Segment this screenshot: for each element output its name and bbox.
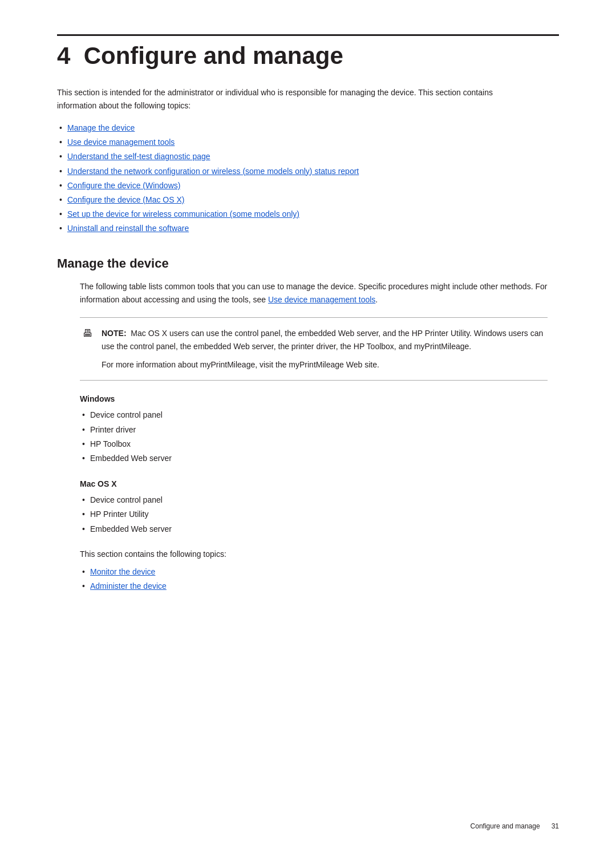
windows-list: Device control panel Printer driver HP T…	[80, 408, 559, 466]
macos-list: Device control panel HP Printer Utility …	[80, 493, 559, 536]
macos-item-1: Device control panel	[80, 493, 559, 507]
topics-links-list: Monitor the device Administer the device	[80, 565, 559, 593]
topics-link-item-1: Monitor the device	[80, 565, 559, 579]
note-row: 🖶 NOTE: Mac OS X users can use the contr…	[80, 327, 548, 353]
windows-item-2: Printer driver	[80, 423, 559, 437]
toc-item-8: Uninstall and reinstall the software	[57, 221, 559, 236]
toc-item-3: Understand the self-test diagnostic page	[57, 149, 559, 164]
footer-chapter-text: Configure and manage	[471, 822, 540, 830]
windows-heading: Windows	[80, 394, 559, 403]
manage-section-heading: Manage the device	[57, 256, 559, 271]
note-body-text: Mac OS X users can use the control panel…	[102, 329, 543, 350]
chapter-number: 4	[57, 42, 70, 69]
note-box: 🖶 NOTE: Mac OS X users can use the contr…	[80, 317, 548, 381]
topics-intro-text: This section contains the following topi…	[80, 548, 548, 560]
manage-intro-suffix: .	[375, 295, 378, 304]
topics-link-item-2: Administer the device	[80, 579, 559, 593]
manage-section: Manage the device The following table li…	[57, 256, 559, 593]
toc-item-2: Use device management tools	[57, 135, 559, 149]
windows-item-1: Device control panel	[80, 408, 559, 422]
toc-link-6[interactable]: Configure the device (Mac OS X)	[67, 195, 184, 204]
toc-item-6: Configure the device (Mac OS X)	[57, 193, 559, 207]
toc-link-3[interactable]: Understand the self-test diagnostic page	[67, 152, 210, 161]
administer-device-link[interactable]: Administer the device	[90, 581, 167, 591]
toc-link-8[interactable]: Uninstall and reinstall the software	[67, 224, 189, 233]
footer-page-number: 31	[552, 822, 559, 830]
windows-item-4: Embedded Web server	[80, 451, 559, 466]
toc-item-7: Set up the device for wireless communica…	[57, 207, 559, 221]
page-container: 4 Configure and manage This section is i…	[0, 0, 616, 651]
toc-link-4[interactable]: Understand the network configuration or …	[67, 167, 359, 176]
intro-paragraph: This section is intended for the adminis…	[57, 86, 525, 112]
chapter-title-text: Configure and manage	[84, 42, 343, 69]
manage-intro-text: The following table lists common tools t…	[80, 280, 548, 306]
macos-item-3: Embedded Web server	[80, 522, 559, 536]
note-label: NOTE:	[102, 329, 127, 338]
note-icon: 🖶	[80, 328, 96, 339]
toc-link-2[interactable]: Use device management tools	[67, 138, 175, 147]
macos-item-2: HP Printer Utility	[80, 507, 559, 521]
page-footer: Configure and manage 31	[471, 822, 559, 830]
note-content: NOTE: Mac OS X users can use the control…	[102, 327, 548, 353]
toc-link-1[interactable]: Manage the device	[67, 123, 135, 132]
toc-link-7[interactable]: Set up the device for wireless communica…	[67, 209, 299, 219]
manage-content: The following table lists common tools t…	[57, 280, 559, 593]
toc-item-4: Understand the network configuration or …	[57, 164, 559, 179]
toc-item-5: Configure the device (Windows)	[57, 179, 559, 193]
macos-heading: Mac OS X	[80, 479, 559, 488]
chapter-title: 4 Configure and manage	[57, 43, 559, 69]
chapter-header: 4 Configure and manage	[57, 34, 559, 69]
toc-list: Manage the device Use device management …	[57, 121, 559, 236]
monitor-device-link[interactable]: Monitor the device	[90, 567, 155, 576]
note-extra-text: For more information about myPrintMileag…	[80, 358, 548, 371]
toc-item-1: Manage the device	[57, 121, 559, 135]
toc-link-5[interactable]: Configure the device (Windows)	[67, 181, 180, 190]
manage-intro-link[interactable]: Use device management tools	[268, 295, 375, 304]
windows-item-3: HP Toolbox	[80, 437, 559, 451]
